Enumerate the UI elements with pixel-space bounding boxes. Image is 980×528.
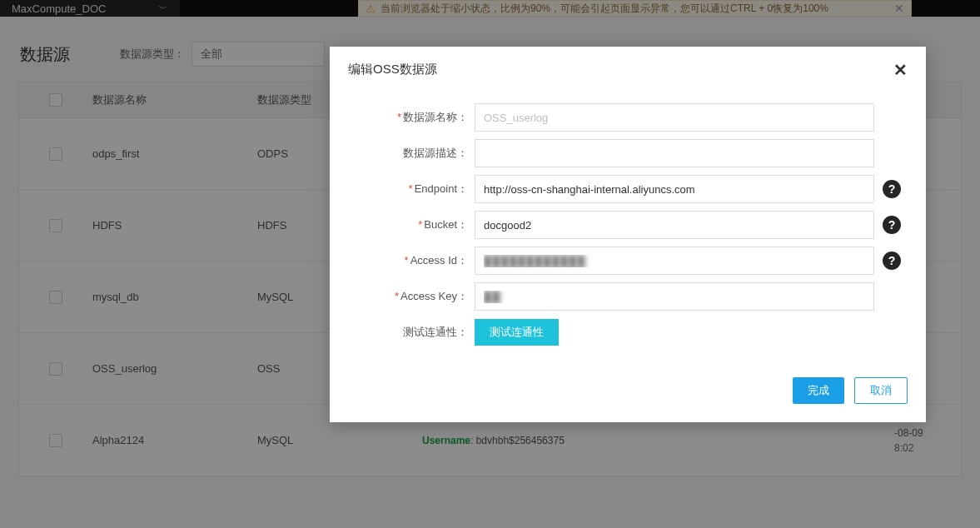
endpoint-input[interactable] xyxy=(475,175,874,203)
label-access-key: Access Key： xyxy=(400,290,468,302)
label-bucket: Bucket： xyxy=(424,218,468,231)
access-key-input[interactable] xyxy=(475,282,874,311)
label-desc: 数据源描述： xyxy=(403,147,468,159)
help-icon[interactable]: ? xyxy=(883,216,901,234)
edit-oss-datasource-modal: 编辑OSS数据源 ✕ *数据源名称： 数据源描述： *Endpoint： ? *… xyxy=(330,47,926,422)
label-access-id: Access Id： xyxy=(410,254,468,266)
label-name: 数据源名称： xyxy=(403,111,468,123)
close-icon[interactable]: ✕ xyxy=(893,62,908,77)
access-id-input[interactable] xyxy=(475,247,874,275)
datasource-desc-input[interactable] xyxy=(475,139,874,167)
cancel-button[interactable]: 取消 xyxy=(854,377,908,404)
help-icon[interactable]: ? xyxy=(883,252,901,270)
modal-title: 编辑OSS数据源 xyxy=(348,62,437,77)
datasource-name-input xyxy=(475,103,874,132)
confirm-button[interactable]: 完成 xyxy=(793,377,844,404)
label-endpoint: Endpoint： xyxy=(415,182,468,195)
bucket-input[interactable] xyxy=(475,211,874,239)
help-icon[interactable]: ? xyxy=(883,180,901,198)
label-connectivity: 测试连通性： xyxy=(403,326,468,338)
test-connectivity-button[interactable]: 测试连通性 xyxy=(475,319,559,346)
